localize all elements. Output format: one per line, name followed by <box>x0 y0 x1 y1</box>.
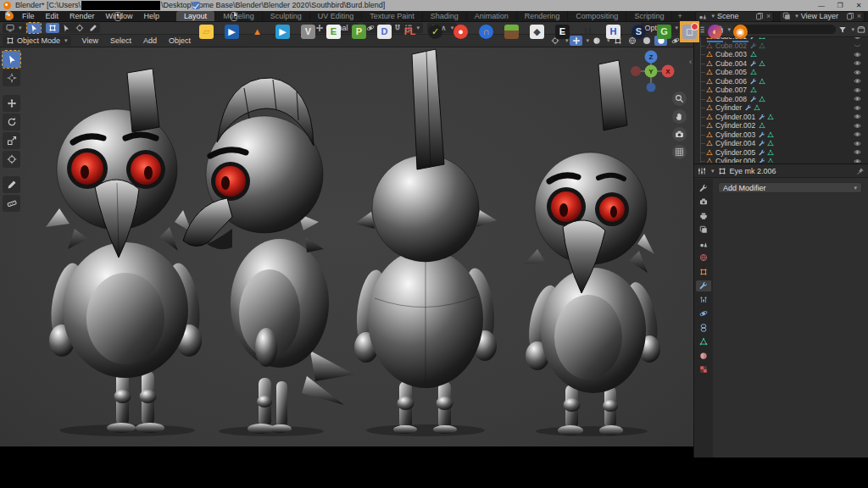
properties-tab-particles[interactable] <box>696 294 711 305</box>
properties-tab-world[interactable] <box>696 252 711 263</box>
zoom-icon[interactable] <box>672 92 687 106</box>
taskbar-app-hitfilm[interactable]: H <box>604 21 623 42</box>
add-workspace-button[interactable]: + <box>672 12 687 20</box>
unlink-scene-icon[interactable]: × <box>766 12 771 20</box>
properties-tab-material[interactable] <box>696 350 711 361</box>
workspace-tab-uv-editing[interactable]: UV Editing <box>310 11 363 21</box>
taskbar-app-garden-game[interactable]: G <box>654 21 674 42</box>
viewport-menu-add[interactable]: Add <box>137 36 163 45</box>
properties-tab-physics[interactable] <box>696 308 711 319</box>
outliner-item-cylinder-002[interactable]: Cylinder.002 <box>694 121 868 130</box>
bird-front-view[interactable] <box>46 69 205 436</box>
measure-tool[interactable] <box>3 195 20 212</box>
outliner-item-cube-003[interactable]: Cube.003 <box>694 50 868 59</box>
visibility-eye-open-icon[interactable] <box>854 37 861 41</box>
taskbar-app-fl-studio[interactable]: FL <box>400 21 420 42</box>
workspace-tab-layout[interactable]: Layout <box>176 11 215 21</box>
select-circle-icon[interactable] <box>73 23 86 33</box>
visibility-eye-open-icon[interactable] <box>854 95 861 103</box>
taskbar-app-utility-app[interactable]: ◆ <box>527 21 547 42</box>
properties-tab-view-layer[interactable] <box>696 225 711 236</box>
viewport-menu-select[interactable]: Select <box>104 36 137 45</box>
workspace-tab-modeling[interactable]: Modeling <box>215 11 263 21</box>
workspace-tab-texture-paint[interactable]: Texture Paint <box>362 11 423 21</box>
bird-three-quarter-view[interactable] <box>524 60 664 436</box>
properties-tab-constraints[interactable] <box>696 322 711 333</box>
minimize-button[interactable]: — <box>812 2 831 9</box>
bird-back-view[interactable] <box>353 49 498 436</box>
annotate-tool[interactable] <box>3 176 20 193</box>
taskbar-app-movies-tv[interactable]: ▶ <box>222 21 242 42</box>
workspace-tab-scripting[interactable]: Scripting <box>626 11 672 21</box>
close-button[interactable]: ✕ <box>849 2 868 9</box>
select-lasso-icon[interactable] <box>86 23 100 33</box>
outliner-item-cube-008[interactable]: Cube.008 <box>694 95 868 104</box>
menu-help[interactable]: Help <box>139 12 165 20</box>
transform-tool[interactable] <box>3 151 20 168</box>
active-tool-icon[interactable] <box>27 23 41 33</box>
remove-view-layer-icon[interactable]: × <box>857 12 861 20</box>
properties-tab-object[interactable] <box>696 266 711 277</box>
outliner-item-cube-007[interactable]: Cube.007 <box>694 86 868 95</box>
menu-render[interactable]: Render <box>64 12 100 20</box>
outliner-filter-icon[interactable] <box>838 25 847 34</box>
taskbar-app-vlc[interactable]: ▲ <box>248 21 267 42</box>
workspace-tab-sculpting[interactable]: Sculpting <box>263 11 310 21</box>
properties-tab-tool[interactable] <box>696 182 711 193</box>
properties-tab-render[interactable] <box>696 197 711 208</box>
properties-tab-data[interactable] <box>696 336 711 347</box>
outliner-item-cylinder-003[interactable]: Cylinder.003 <box>694 130 868 140</box>
outliner-item-cube-002[interactable]: Cube.002 <box>694 42 868 51</box>
visibility-eye-open-icon[interactable] <box>854 59 861 67</box>
view-layer-selector[interactable]: ▾ View Layer × <box>779 11 865 22</box>
viewport-menu-view[interactable]: View <box>76 36 104 45</box>
taskbar-app-blender[interactable]: ◉ <box>731 21 750 42</box>
select-tweak-icon[interactable] <box>59 23 73 33</box>
workspace-tab-animation[interactable]: Animation <box>467 11 517 21</box>
editor-type-selector[interactable]: ▾ <box>3 23 25 33</box>
select-box-tool[interactable] <box>3 51 20 68</box>
workspace-tab-rendering[interactable]: Rendering <box>517 11 569 21</box>
new-collection-icon[interactable] <box>857 25 865 34</box>
outliner-item-cylinder-004[interactable]: Cylinder.004 <box>694 139 868 148</box>
properties-tab-scene[interactable] <box>696 238 711 249</box>
visibility-eye-open-icon[interactable] <box>854 104 861 112</box>
pan-hand-icon[interactable] <box>672 109 687 124</box>
add-modifier-button[interactable]: Add Modifier▾ <box>718 182 862 193</box>
visibility-eye-closed-icon[interactable] <box>854 42 861 49</box>
taskbar-app-firefox[interactable]: ◐ <box>705 21 725 42</box>
taskbar-app-file-explorer[interactable]: ▱ <box>197 21 216 42</box>
new-scene-icon[interactable] <box>755 12 764 20</box>
menu-file[interactable]: File <box>17 12 40 20</box>
visibility-eye-open-icon[interactable] <box>854 113 861 120</box>
taskbar-app-video-app[interactable]: V <box>298 21 318 42</box>
properties-tab-output[interactable] <box>696 210 711 221</box>
visibility-eye-open-icon[interactable] <box>854 86 861 94</box>
visibility-eye-open-icon[interactable] <box>854 140 861 147</box>
taskbar-app-drawing-app[interactable]: D <box>375 21 394 42</box>
visibility-eye-open-icon[interactable] <box>854 130 861 138</box>
visibility-eye-open-icon[interactable] <box>854 77 861 85</box>
new-view-layer-icon[interactable] <box>846 12 854 20</box>
outliner-item-cylinder[interactable]: Cylinder <box>694 103 868 113</box>
move-tool[interactable] <box>3 95 20 112</box>
use-nodes-checkbox[interactable] <box>192 2 200 9</box>
outliner-item-cylinder-005[interactable]: Cylinder.005 <box>694 148 868 158</box>
outliner-item-cylinder-001[interactable]: Cylinder.001 <box>694 113 868 122</box>
navigation-gizmo[interactable]: Z Y X <box>624 49 678 100</box>
taskbar-app-plant-app[interactable]: P <box>349 21 369 42</box>
visibility-eye-open-icon[interactable] <box>854 122 861 130</box>
viewport-menu-object[interactable]: Object <box>163 36 197 45</box>
taskbar-app-epic-games[interactable]: E <box>553 21 572 42</box>
taskbar-app-media-player[interactable]: ▶ <box>273 21 292 42</box>
scale-tool[interactable] <box>3 132 20 149</box>
properties-tab-modifiers[interactable] <box>696 280 711 291</box>
visibility-eye-open-icon[interactable] <box>854 158 861 163</box>
rotate-tool[interactable] <box>3 114 20 130</box>
sidebar-toggle-icon[interactable]: ‹ <box>689 58 692 66</box>
taskbar-app-steam[interactable]: S <box>629 21 648 42</box>
taskbar-app-checklist-app[interactable]: ✓ <box>426 21 445 42</box>
outliner-item-cube-004[interactable]: Cube.004 <box>694 59 868 69</box>
taskbar-app-chat-app[interactable]: ◻ <box>680 21 699 42</box>
select-box-icon[interactable] <box>46 23 59 33</box>
